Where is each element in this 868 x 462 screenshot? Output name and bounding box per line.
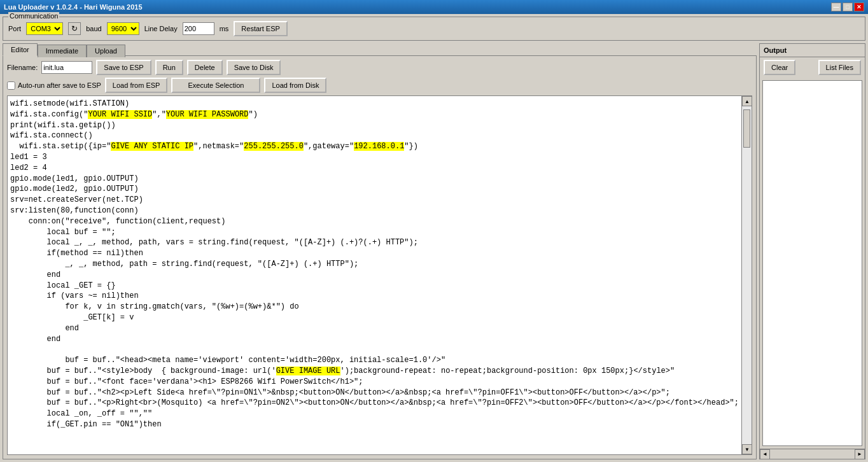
list-files-button[interactable]: List Files <box>818 60 861 75</box>
autorun-checkbox[interactable] <box>7 81 15 90</box>
minimize-button[interactable]: — <box>831 3 841 11</box>
port-label: Port <box>8 25 21 32</box>
output-scrollbar-h[interactable]: ◄ ► <box>760 449 865 459</box>
output-header: Output <box>760 44 865 57</box>
scroll-left-button[interactable]: ◄ <box>760 449 770 459</box>
tab-upload[interactable]: Upload <box>87 45 125 57</box>
close-button[interactable]: ✕ <box>854 3 864 11</box>
save-to-disk-button[interactable]: Save to Disk <box>227 60 281 75</box>
communication-group: Communication Port COM3 ↻ baud 9600 Line… <box>3 17 865 41</box>
tab-bar: Editor Immediate Upload <box>3 43 757 56</box>
autorun-label: Auto-run after save to ESP <box>18 81 101 89</box>
output-area <box>762 80 862 446</box>
baud-combo: 9600 <box>107 22 139 35</box>
scroll-thumb[interactable] <box>743 109 750 148</box>
code-editor[interactable]: wifi.setmode(wifi.STATION) wifi.sta.conf… <box>8 96 741 454</box>
scroll-up-button[interactable]: ▲ <box>742 96 752 106</box>
scroll-down-button[interactable]: ▼ <box>742 444 752 454</box>
baud-select[interactable]: 9600 <box>107 22 139 35</box>
filename-input[interactable] <box>41 61 92 74</box>
left-panel: Editor Immediate Upload Filename: Save t… <box>3 43 757 459</box>
restart-esp-button[interactable]: Restart ESP <box>234 21 288 36</box>
window-controls: — □ ✕ <box>831 3 864 11</box>
line-delay-input[interactable] <box>183 22 214 35</box>
output-label: Output <box>764 46 787 54</box>
tab-editor[interactable]: Editor <box>3 43 38 56</box>
run-button[interactable]: Run <box>155 60 183 75</box>
filename-label: Filename: <box>7 64 38 71</box>
refresh-button[interactable]: ↻ <box>68 22 81 35</box>
load-from-esp-button[interactable]: Load from ESP <box>105 78 168 93</box>
right-panel: Output Clear List Files ◄ ► <box>759 43 865 459</box>
baud-label: baud <box>86 25 101 32</box>
clear-button[interactable]: Clear <box>764 60 795 75</box>
tab-immediate[interactable]: Immediate <box>38 45 87 57</box>
code-editor-container: wifi.setmode(wifi.STATION) wifi.sta.conf… <box>7 95 752 455</box>
editor-toolbar-row2: Auto-run after save to ESP Load from ESP… <box>7 78 752 93</box>
comm-group-label: Communication <box>8 12 59 20</box>
vertical-scrollbar[interactable]: ▲ ▼ <box>741 96 752 454</box>
comm-row: Port COM3 ↻ baud 9600 Line Delay ms Rest… <box>8 21 860 36</box>
maximize-button[interactable]: □ <box>843 3 853 11</box>
scroll-right-button[interactable]: ► <box>855 449 865 459</box>
editor-panel: Filename: Save to ESP Run Delete Save to… <box>3 55 757 459</box>
save-to-esp-button[interactable]: Save to ESP <box>96 60 151 75</box>
port-combo: COM3 <box>26 22 63 35</box>
autorun-checkbox-row: Auto-run after save to ESP <box>7 81 101 90</box>
scroll-track[interactable] <box>742 106 752 444</box>
load-from-disk-button[interactable]: Load from Disk <box>264 78 326 93</box>
execute-selection-button[interactable]: Execute Selection <box>171 78 260 93</box>
ms-label: ms <box>220 25 229 32</box>
app-title: Lua Uploader v 1.0.2.4 - Hari Wiguna 201… <box>4 3 143 11</box>
port-select[interactable]: COM3 <box>26 22 63 35</box>
title-bar: Lua Uploader v 1.0.2.4 - Hari Wiguna 201… <box>0 0 868 14</box>
line-delay-label: Line Delay <box>144 25 178 32</box>
editor-toolbar-row1: Filename: Save to ESP Run Delete Save to… <box>7 60 752 75</box>
delete-button[interactable]: Delete <box>187 60 223 75</box>
content-area: Editor Immediate Upload Filename: Save t… <box>3 43 865 459</box>
main-container: Communication Port COM3 ↻ baud 9600 Line… <box>0 14 868 462</box>
